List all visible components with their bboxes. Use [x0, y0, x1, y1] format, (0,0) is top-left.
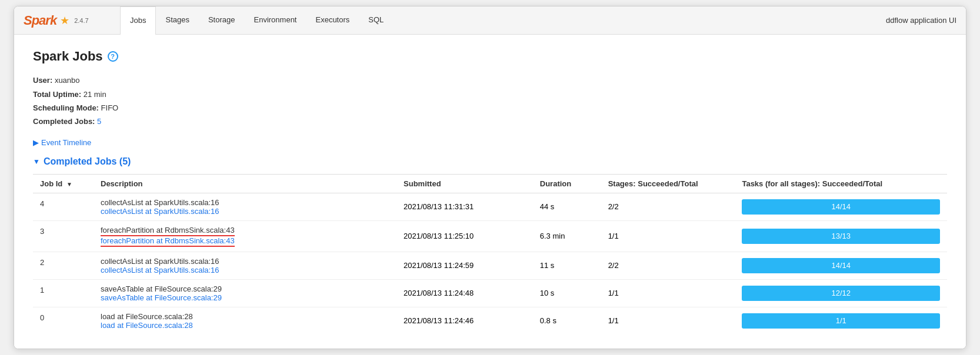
desc-main-text: collectAsList at SparkUtils.scala:16 [101, 257, 389, 266]
page-title-text: Spark Jobs [33, 49, 103, 64]
desc-link[interactable]: load at FileSource.scala:28 [101, 321, 389, 330]
col-header-tasks[interactable]: Tasks (for all stages): Succeeded/Total [735, 174, 947, 193]
user-label: User: [33, 76, 52, 85]
completed-jobs-label: Completed Jobs: [33, 117, 95, 126]
cell-submitted: 2021/08/13 11:24:59 [396, 252, 533, 279]
cell-job-id: 2 [33, 252, 94, 279]
desc-main-underline: foreachPartition at RdbmsSink.scala:43 [101, 226, 235, 236]
cell-stages: 1/1 [601, 220, 735, 252]
desc-link[interactable]: foreachPartition at RdbmsSink.scala:43 [101, 236, 389, 247]
jobs-table: Job Id ▼ Description Submitted Duration … [33, 174, 947, 334]
cell-description: collectAsList at SparkUtils.scala:16coll… [94, 252, 396, 279]
cell-description: foreachPartition at RdbmsSink.scala:43fo… [94, 220, 396, 252]
event-timeline-toggle[interactable]: ▶ Event Timeline [33, 138, 947, 147]
cell-description: collectAsList at SparkUtils.scala:16coll… [94, 193, 396, 220]
uptime-value-text: 21 min [84, 90, 106, 99]
cell-job-id: 1 [33, 279, 94, 307]
spark-logo-text: Spark [24, 13, 56, 28]
cell-duration: 0.8 s [533, 307, 601, 334]
app-title: ddflow application UI [886, 16, 956, 25]
cell-stages: 1/1 [601, 279, 735, 307]
tab-executors[interactable]: Executors [306, 6, 359, 35]
event-timeline-label: Event Timeline [41, 138, 91, 147]
col-header-stages[interactable]: Stages: Succeeded/Total [601, 174, 735, 193]
user-value-text: xuanbo [55, 76, 80, 85]
cell-duration: 44 s [533, 193, 601, 220]
cell-tasks: 13/13 [735, 220, 947, 252]
table-header: Job Id ▼ Description Submitted Duration … [33, 174, 947, 193]
table-row: 3foreachPartition at RdbmsSink.scala:43f… [33, 220, 947, 252]
cell-submitted: 2021/08/13 11:24:48 [396, 279, 533, 307]
table-row: 1saveAsTable at FileSource.scala:29saveA… [33, 279, 947, 307]
navbar: Spark ★ 2.4.7 Jobs Stages Storage Enviro… [14, 6, 966, 35]
tab-jobs[interactable]: Jobs [120, 6, 156, 35]
cell-submitted: 2021/08/13 11:25:10 [396, 220, 533, 252]
uptime-info: Total Uptime: 21 min [33, 88, 947, 101]
scheduling-label: Scheduling Mode: [33, 103, 99, 112]
desc-link-underline: foreachPartition at RdbmsSink.scala:43 [101, 236, 235, 247]
main-window: Spark ★ 2.4.7 Jobs Stages Storage Enviro… [14, 6, 966, 349]
main-content: Spark Jobs ? User: xuanbo Total Uptime: … [14, 35, 966, 349]
tasks-progress-bar: 14/14 [742, 199, 940, 215]
cell-duration: 10 s [533, 279, 601, 307]
cell-stages: 2/2 [601, 193, 735, 220]
nav-tabs: Jobs Stages Storage Environment Executor… [120, 6, 886, 35]
desc-main-text: saveAsTable at FileSource.scala:29 [101, 284, 389, 293]
table-row: 4collectAsList at SparkUtils.scala:16col… [33, 193, 947, 220]
cell-job-id: 3 [33, 220, 94, 252]
page-title: Spark Jobs ? [33, 49, 947, 64]
tab-storage[interactable]: Storage [199, 6, 245, 35]
desc-link[interactable]: collectAsList at SparkUtils.scala:16 [101, 266, 389, 274]
scheduling-info: Scheduling Mode: FIFO [33, 101, 947, 115]
cell-tasks: 14/14 [735, 193, 947, 220]
tab-stages[interactable]: Stages [156, 6, 198, 35]
completed-jobs-chevron: ▼ [33, 158, 40, 166]
cell-tasks: 1/1 [735, 307, 947, 334]
tasks-progress-bar: 13/13 [742, 229, 940, 244]
completed-jobs-link[interactable]: 5 [97, 117, 101, 126]
cell-duration: 6.3 min [533, 220, 601, 252]
desc-link[interactable]: saveAsTable at FileSource.scala:29 [101, 293, 389, 302]
jobs-tbody: 4collectAsList at SparkUtils.scala:16col… [33, 193, 947, 334]
tab-sql[interactable]: SQL [359, 6, 393, 35]
col-header-duration[interactable]: Duration [533, 174, 601, 193]
cell-job-id: 4 [33, 193, 94, 220]
sort-arrow-jobid: ▼ [66, 181, 72, 187]
spark-star-icon: ★ [60, 14, 69, 27]
cell-duration: 11 s [533, 252, 601, 279]
cell-stages: 2/2 [601, 252, 735, 279]
cell-tasks: 12/12 [735, 279, 947, 307]
table-row: 2collectAsList at SparkUtils.scala:16col… [33, 252, 947, 279]
col-header-jobid[interactable]: Job Id ▼ [33, 174, 94, 193]
user-info: User: xuanbo [33, 73, 947, 87]
cell-stages: 1/1 [601, 307, 735, 334]
tasks-progress-bar: 12/12 [742, 286, 940, 301]
cell-tasks: 14/14 [735, 252, 947, 279]
event-timeline-chevron: ▶ [33, 138, 39, 147]
tasks-progress-bar: 14/14 [742, 258, 940, 273]
uptime-label: Total Uptime: [33, 90, 81, 99]
completed-jobs-info: Completed Jobs: 5 [33, 115, 947, 128]
col-header-submitted[interactable]: Submitted [396, 174, 533, 193]
meta-info: User: xuanbo Total Uptime: 21 min Schedu… [33, 73, 947, 129]
cell-description: saveAsTable at FileSource.scala:29saveAs… [94, 279, 396, 307]
cell-submitted: 2021/08/13 11:31:31 [396, 193, 533, 220]
logo-area: Spark ★ 2.4.7 [24, 13, 106, 28]
cell-job-id: 0 [33, 307, 94, 334]
spark-version: 2.4.7 [74, 17, 88, 24]
completed-jobs-label: Completed Jobs (5) [44, 156, 131, 167]
help-icon[interactable]: ? [108, 51, 118, 62]
spark-logo: Spark ★ 2.4.7 [24, 13, 89, 28]
tasks-progress-bar: 1/1 [742, 313, 940, 329]
desc-main-text: load at FileSource.scala:28 [101, 312, 389, 321]
table-row: 0load at FileSource.scala:28load at File… [33, 307, 947, 334]
desc-main-text: foreachPartition at RdbmsSink.scala:43 [101, 226, 389, 236]
cell-submitted: 2021/08/13 11:24:46 [396, 307, 533, 334]
col-header-description[interactable]: Description [94, 174, 396, 193]
cell-description: load at FileSource.scala:28load at FileS… [94, 307, 396, 334]
tab-environment[interactable]: Environment [245, 6, 306, 35]
desc-main-text: collectAsList at SparkUtils.scala:16 [101, 198, 389, 207]
completed-jobs-header[interactable]: ▼ Completed Jobs (5) [33, 156, 947, 167]
desc-link[interactable]: collectAsList at SparkUtils.scala:16 [101, 207, 389, 216]
scheduling-value-text: FIFO [101, 103, 119, 112]
